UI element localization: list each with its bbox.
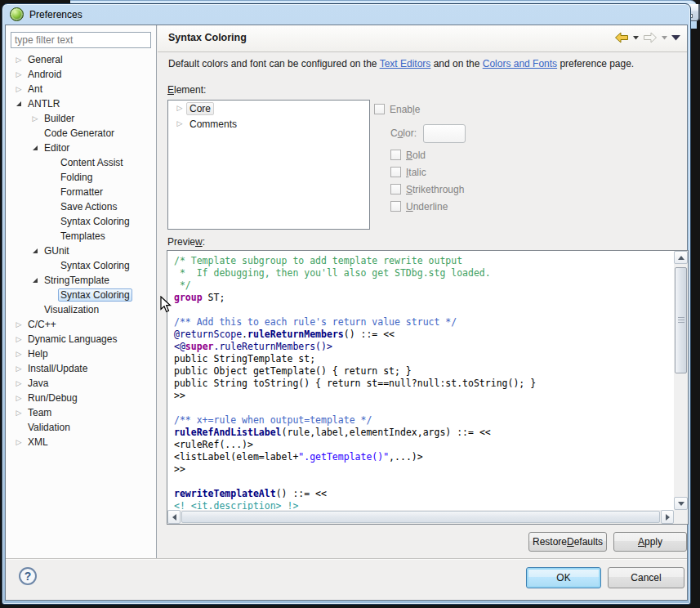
sidebar-item-label: ANTLR [25, 97, 62, 110]
preview-code: /* Template subgroup to add template rew… [167, 251, 674, 510]
colors-and-fonts-link[interactable]: Colors and Fonts [483, 58, 557, 69]
sidebar-item-team[interactable]: ▷Team [6, 405, 156, 420]
underline-checkbox[interactable] [390, 201, 401, 212]
sidebar-item-antlr[interactable]: ANTLR [6, 96, 156, 111]
element-item-core[interactable]: ▷Core [168, 101, 369, 116]
sidebar-item-folding[interactable]: Folding [6, 170, 156, 185]
forward-dropdown-icon[interactable] [662, 36, 667, 40]
sidebar-item-ant[interactable]: ▷Ant [6, 82, 156, 96]
scroll-right-button[interactable] [661, 510, 674, 524]
sidebar-item-builder[interactable]: ▷Builder [6, 111, 156, 126]
sidebar-item-syntax-coloring[interactable]: Syntax Coloring [6, 288, 156, 302]
italic-checkbox[interactable] [390, 167, 401, 177]
tree-collapsed-icon[interactable]: ▷ [12, 409, 25, 417]
code-line: /** Add this to each rule's return value… [174, 316, 674, 329]
sidebar-item-editor[interactable]: Editor [6, 141, 156, 155]
tree-expanded-icon[interactable] [29, 278, 42, 283]
sidebar-item-code-generator[interactable]: Code Generator [6, 126, 156, 141]
sidebar-item-save-actions[interactable]: Save Actions [6, 199, 156, 214]
style-options: Enable Color: BoldItalicStrikethroughUnd… [374, 101, 466, 215]
restore-defaults-button[interactable]: Restore Defaults [528, 532, 607, 552]
tree-collapsed-icon[interactable]: ▷ [12, 380, 25, 387]
tree-expanded-icon[interactable] [29, 248, 42, 253]
tree-collapsed-icon[interactable]: ▷ [12, 321, 25, 329]
sidebar-item-run-debug[interactable]: ▷Run/Debug [6, 391, 156, 405]
sidebar-item-xml[interactable]: ▷XML [6, 435, 156, 449]
arrow-down-icon [678, 502, 684, 506]
bold-checkbox[interactable] [390, 150, 401, 160]
tree-collapsed-icon[interactable]: ▷ [12, 395, 25, 402]
sidebar-item-android[interactable]: ▷Android [6, 67, 156, 82]
sidebar-item-visualization[interactable]: Visualization [6, 302, 156, 317]
sidebar-item-install-update[interactable]: ▷Install/Update [6, 361, 156, 376]
code-line: <listLabel(elem=label+".getTemplate()",.… [174, 451, 674, 463]
code-line: >> [174, 390, 674, 402]
sidebar-item-templates[interactable]: Templates [6, 229, 156, 244]
dialog-titlebar[interactable]: Preferences [2, 4, 690, 25]
sidebar-item-label: Save Actions [58, 200, 119, 213]
code-line: <@super.ruleReturnMembers()> [174, 341, 674, 353]
tree-collapsed-icon[interactable]: ▷ [12, 365, 25, 373]
strikethrough-checkbox[interactable] [390, 184, 401, 194]
code-line: /* Template subgroup to add template rew… [174, 255, 674, 267]
horizontal-scrollbar[interactable] [167, 510, 674, 524]
back-dropdown-icon[interactable] [633, 36, 639, 40]
element-tree: ▷Core▷Comments [167, 100, 370, 230]
code-line [174, 304, 674, 316]
element-item-comments[interactable]: ▷Comments [168, 116, 369, 132]
sidebar-item-c-c-[interactable]: ▷C/C++ [6, 317, 156, 332]
back-arrow-icon[interactable] [614, 32, 629, 43]
view-menu-icon[interactable] [671, 35, 680, 41]
vertical-scroll-thumb[interactable] [675, 267, 687, 373]
sidebar-item-validation[interactable]: Validation [6, 420, 156, 435]
sidebar-item-label: Syntax Coloring [58, 259, 132, 272]
scroll-up-button[interactable] [674, 251, 688, 264]
tree-collapsed-icon[interactable]: ▷ [173, 120, 186, 127]
sidebar-item-label: StringTemplate [42, 274, 112, 287]
strikethrough-label: Strikethrough [406, 184, 464, 195]
cancel-button[interactable]: Cancel [608, 567, 684, 588]
tree-expanded-icon[interactable] [12, 101, 25, 106]
sidebar-item-formatter[interactable]: Formatter [6, 185, 156, 199]
tree-collapsed-icon[interactable]: ▷ [12, 86, 25, 93]
sidebar-item-syntax-coloring[interactable]: Syntax Coloring [6, 214, 156, 229]
screen: ✕ Preferences ▷General▷Android▷AntANTLR▷… [0, 0, 700, 608]
apply-button[interactable]: Apply [613, 532, 687, 552]
tree-expanded-icon[interactable] [29, 145, 42, 150]
scroll-down-button[interactable] [674, 497, 688, 510]
tree-collapsed-icon[interactable]: ▷ [12, 351, 25, 358]
sidebar-item-content-assist[interactable]: Content Assist [6, 155, 156, 170]
sidebar-item-label: Ant [25, 83, 45, 96]
help-button[interactable]: ? [19, 567, 37, 585]
thumb-grip-icon [678, 317, 684, 324]
sidebar-item-java[interactable]: ▷Java [6, 376, 156, 391]
arrow-right-icon [666, 514, 670, 521]
tree-collapsed-icon[interactable]: ▷ [12, 336, 25, 343]
text-editors-link[interactable]: Text Editors [380, 58, 431, 69]
sidebar-item-label: XML [25, 436, 51, 449]
description-text: Default colors and font can be configure… [168, 58, 380, 69]
tree-collapsed-icon[interactable]: ▷ [29, 115, 42, 123]
horizontal-scroll-thumb[interactable] [181, 511, 660, 523]
sidebar-item-general[interactable]: ▷General [6, 52, 156, 67]
sidebar-item-gunit[interactable]: GUnit [6, 244, 156, 258]
code-line: */ [174, 279, 674, 292]
sidebar-item-dynamic-languages[interactable]: ▷Dynamic Languages [6, 332, 156, 346]
color-picker-button[interactable] [423, 124, 466, 143]
tree-collapsed-icon[interactable]: ▷ [12, 71, 25, 78]
sidebar-item-help[interactable]: ▷Help [6, 346, 156, 361]
filter-input[interactable] [11, 32, 151, 48]
tree-collapsed-icon[interactable]: ▷ [12, 439, 25, 446]
sidebar-item-stringtemplate[interactable]: StringTemplate [6, 273, 156, 288]
ok-button[interactable]: OK [526, 567, 601, 588]
sidebar-item-syntax-coloring[interactable]: Syntax Coloring [6, 258, 156, 273]
tree-collapsed-icon[interactable]: ▷ [173, 105, 186, 112]
question-mark-icon: ? [25, 570, 32, 583]
enable-checkbox[interactable] [374, 104, 385, 114]
scroll-left-button[interactable] [167, 510, 181, 524]
tree-collapsed-icon[interactable]: ▷ [12, 56, 25, 64]
sidebar-item-label: General [25, 53, 65, 66]
dialog-title: Preferences [29, 9, 82, 20]
vertical-scrollbar[interactable] [674, 251, 688, 510]
forward-arrow-icon[interactable] [643, 32, 658, 43]
